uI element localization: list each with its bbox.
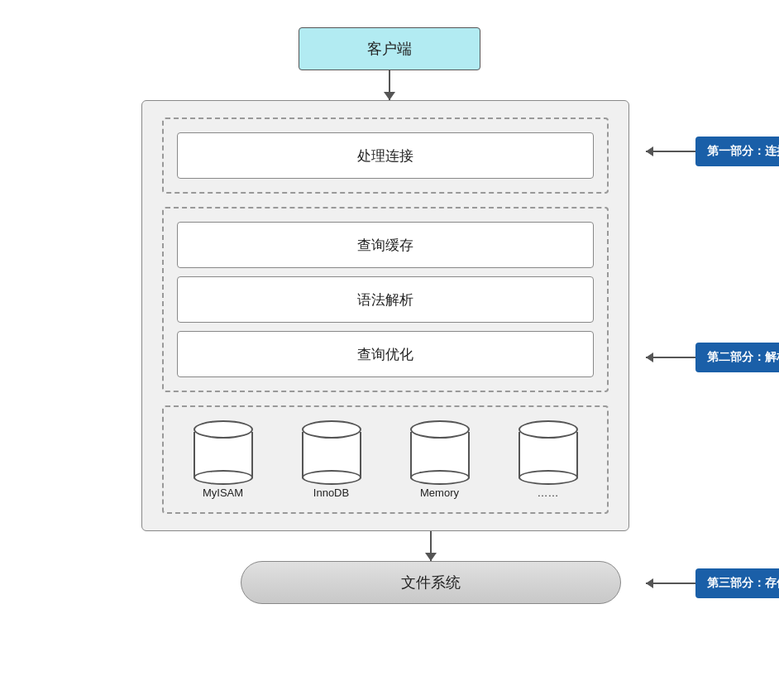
more-top xyxy=(519,420,578,439)
badge1-arrow xyxy=(646,146,653,156)
badge3: 第三部分：存储引擎 xyxy=(695,568,779,598)
memory-top xyxy=(410,420,470,439)
client-box: 客户端 xyxy=(299,27,480,70)
memory-engine: Memory xyxy=(410,420,470,499)
badge2-line xyxy=(646,357,695,358)
innodb-cylinder xyxy=(302,420,361,480)
client-label: 客户端 xyxy=(367,39,412,59)
myisam-bottom xyxy=(194,470,253,485)
badge1-label: 第一部分：连接管理 xyxy=(707,144,779,157)
memory-label: Memory xyxy=(420,487,459,499)
diagram-container: 客户端 处理连接 查询缓存 语法解析 查询优化 xyxy=(34,11,745,689)
engines-section: MyISAM InnoDB xyxy=(162,405,609,514)
innodb-bottom xyxy=(302,470,361,485)
badge3-arrow xyxy=(646,578,653,588)
query-cache-box: 查询缓存 xyxy=(177,222,594,268)
filesystem-box: 文件系统 xyxy=(241,561,621,604)
myisam-cylinder xyxy=(194,420,253,480)
badge2: 第二部分：解析与优化 xyxy=(695,343,779,372)
innodb-label: InnoDB xyxy=(313,487,349,499)
more-bottom xyxy=(519,470,578,485)
connection-box: 处理连接 xyxy=(177,132,594,179)
badge1-container: 第一部分：连接管理 xyxy=(646,137,779,166)
connection-section: 处理连接 xyxy=(162,117,609,194)
badge1-line xyxy=(646,151,695,152)
query-cache-label: 查询缓存 xyxy=(357,236,413,255)
badge3-container: 第三部分：存储引擎 xyxy=(646,568,779,598)
parse-section: 查询缓存 语法解析 查询优化 xyxy=(162,207,609,392)
syntax-parse-box: 语法解析 xyxy=(177,276,594,323)
client-to-main-arrow xyxy=(389,70,390,100)
syntax-parse-label: 语法解析 xyxy=(357,290,413,309)
badge3-line xyxy=(646,583,695,584)
badge3-label: 第三部分：存储引擎 xyxy=(707,576,779,589)
myisam-top xyxy=(194,420,253,439)
main-to-fs-arrow xyxy=(430,531,432,561)
myisam-engine: MyISAM xyxy=(194,420,253,499)
memory-bottom xyxy=(410,470,470,485)
myisam-label: MyISAM xyxy=(203,487,243,499)
badge2-container: 第二部分：解析与优化 xyxy=(646,343,779,372)
main-box: 处理连接 查询缓存 语法解析 查询优化 xyxy=(141,100,629,531)
innodb-engine: InnoDB xyxy=(302,420,361,499)
more-engines: …… xyxy=(519,420,578,499)
badge2-arrow xyxy=(646,352,653,362)
connection-label: 处理连接 xyxy=(357,146,413,165)
more-label: …… xyxy=(538,487,559,499)
filesystem-label: 文件系统 xyxy=(401,573,461,592)
memory-cylinder xyxy=(410,420,470,480)
badge1: 第一部分：连接管理 xyxy=(695,137,779,166)
badge2-label: 第二部分：解析与优化 xyxy=(707,350,779,363)
more-cylinder xyxy=(519,420,578,480)
innodb-top xyxy=(302,420,361,439)
query-optimize-label: 查询优化 xyxy=(357,345,413,364)
middle-area: 处理连接 查询缓存 语法解析 查询优化 xyxy=(59,100,720,531)
query-optimize-box: 查询优化 xyxy=(177,331,594,377)
